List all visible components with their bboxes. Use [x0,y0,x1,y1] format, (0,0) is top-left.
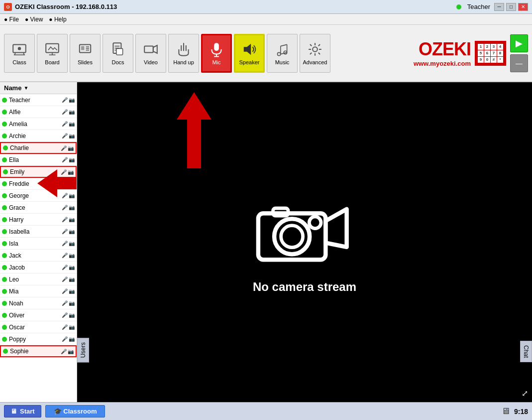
docs-button[interactable]: Docs [103,34,133,73]
student-row[interactable]: George 🎤 📷 [0,190,77,202]
student-mic-icon[interactable]: 🎤 [62,312,68,318]
student-mic-icon[interactable]: 🎤 [62,205,68,210]
student-row[interactable]: Isla 🎤 📷 [0,238,77,250]
student-row[interactable]: Harry 🎤 📷 [0,214,77,226]
student-cam-icon[interactable]: 📷 [69,336,75,342]
student-mic-icon[interactable]: 🎤 [62,253,68,258]
student-row[interactable]: Teacher 🎤 📷 [0,94,77,106]
student-status-dot [2,122,7,127]
student-cam-icon[interactable]: 📷 [69,205,75,210]
student-cam-icon[interactable]: 📷 [69,253,75,258]
slides-icon [77,41,93,57]
student-cam-icon[interactable]: 📷 [69,109,75,115]
student-cam-icon[interactable]: 📷 [69,97,75,103]
slides-button[interactable]: Slides [70,34,101,73]
video-icon [143,41,159,57]
student-row[interactable]: Grace 🎤 📷 [0,202,77,214]
student-row[interactable]: Noah 🎤 📷 [0,297,77,309]
classroom-button[interactable]: 🎓 Classroom [45,405,106,418]
student-mic-icon[interactable]: 🎤 [61,145,67,151]
class-button[interactable]: Class [4,34,35,73]
student-cam-icon[interactable]: 📷 [69,312,75,318]
student-row[interactable]: Charlie 🎤 📷 [0,142,77,154]
student-row[interactable]: Freddie 🎤 📷 [0,178,77,190]
student-mic-icon[interactable]: 🎤 [62,97,68,103]
student-row[interactable]: Emily 🎤 📷 [0,166,77,178]
menu-help[interactable]: ● Help [49,16,66,23]
student-cam-icon[interactable]: 📷 [68,145,74,151]
student-cam-icon[interactable]: 📷 [69,121,75,127]
close-button[interactable]: ✕ [518,3,528,11]
student-row[interactable]: Sophie 🎤 📷 [0,345,77,357]
student-mic-icon[interactable]: 🎤 [62,265,68,270]
speaker-button[interactable]: Speaker [234,34,265,73]
start-button[interactable]: 🖥 Start [4,405,41,418]
student-mic-icon[interactable]: 🎤 [62,193,68,198]
student-cam-icon[interactable]: 📷 [69,288,75,294]
student-row[interactable]: Alfie 🎤 📷 [0,106,77,118]
sort-icon[interactable]: ▼ [23,85,28,91]
handup-button[interactable]: Hand up [168,34,199,73]
student-row[interactable]: Ella 🎤 📷 [0,154,77,166]
no-camera-text: No camera stream [253,280,356,294]
student-cam-icon[interactable]: 📷 [68,169,74,175]
student-mic-icon[interactable]: 🎤 [62,109,68,115]
student-mic-icon[interactable]: 🎤 [62,133,68,139]
student-mic-icon[interactable]: 🎤 [62,288,68,294]
student-cam-icon[interactable]: 📷 [69,265,75,270]
student-row[interactable]: Amelia 🎤 📷 [0,118,77,130]
student-cam-icon[interactable]: 📷 [68,349,74,354]
board-button[interactable]: Board [37,34,68,73]
minimize-button[interactable]: ─ [494,3,504,11]
student-row[interactable]: Mia 🎤 📷 [0,285,77,297]
student-status-dot [2,157,7,162]
student-row[interactable]: Isabella 🎤 📷 [0,226,77,238]
student-row[interactable]: Poppy 🎤 📷 [0,333,77,345]
video-button[interactable]: Video [135,34,166,73]
music-button[interactable]: Music [267,34,298,73]
svg-rect-18 [144,46,153,52]
student-cam-icon[interactable]: 📷 [69,181,75,186]
student-mic-icon[interactable]: 🎤 [62,157,68,162]
student-cam-icon[interactable]: 📷 [69,241,75,246]
student-mic-icon[interactable]: 🎤 [62,300,68,306]
chat-tab[interactable]: Chat [520,341,532,362]
student-mic-icon[interactable]: 🎤 [62,324,68,330]
maximize-button[interactable]: □ [506,3,516,11]
student-row[interactable]: Oscar 🎤 📷 [0,321,77,333]
student-row[interactable]: Archie 🎤 📷 [0,130,77,142]
logo-min-button[interactable] [510,54,528,72]
student-mic-icon[interactable]: 🎤 [61,169,67,175]
student-cam-icon[interactable]: 📷 [69,157,75,162]
student-cam-icon[interactable]: 📷 [69,193,75,198]
student-name-label: Oliver [9,312,62,319]
student-mic-icon[interactable]: 🎤 [62,229,68,234]
student-cam-icon[interactable]: 📷 [69,229,75,234]
student-cam-icon[interactable]: 📷 [69,217,75,222]
menu-file[interactable]: ● File [4,16,19,23]
student-row[interactable]: Oliver 🎤 📷 [0,309,77,321]
student-mic-icon[interactable]: 🎤 [61,349,67,354]
student-mic-icon[interactable]: 🎤 [62,217,68,222]
advanced-button[interactable]: Advanced [300,34,330,73]
student-cam-icon[interactable]: 📷 [69,277,75,282]
student-row[interactable]: Jack 🎤 📷 [0,250,77,262]
expand-icon[interactable]: ⤢ [522,389,528,398]
student-cam-icon[interactable]: 📷 [69,133,75,139]
menu-view[interactable]: ● View [25,16,43,23]
student-mic-icon[interactable]: 🎤 [62,277,68,282]
student-mic-icon[interactable]: 🎤 [62,181,68,186]
student-mic-icon[interactable]: 🎤 [62,241,68,246]
svg-marker-36 [325,209,346,247]
student-cam-icon[interactable]: 📷 [69,324,75,330]
student-status-dot [3,349,8,354]
student-mic-icon[interactable]: 🎤 [62,121,68,127]
student-mic-icon[interactable]: 🎤 [62,336,68,342]
student-row[interactable]: Jacob 🎤 📷 [0,262,77,274]
mic-button[interactable]: Mic [201,34,232,73]
student-row[interactable]: Leo 🎤 📷 [0,274,77,285]
svg-rect-17 [116,48,123,55]
student-cam-icon[interactable]: 📷 [69,300,75,306]
play-button[interactable] [510,34,528,52]
users-tab[interactable]: Users [77,338,89,362]
